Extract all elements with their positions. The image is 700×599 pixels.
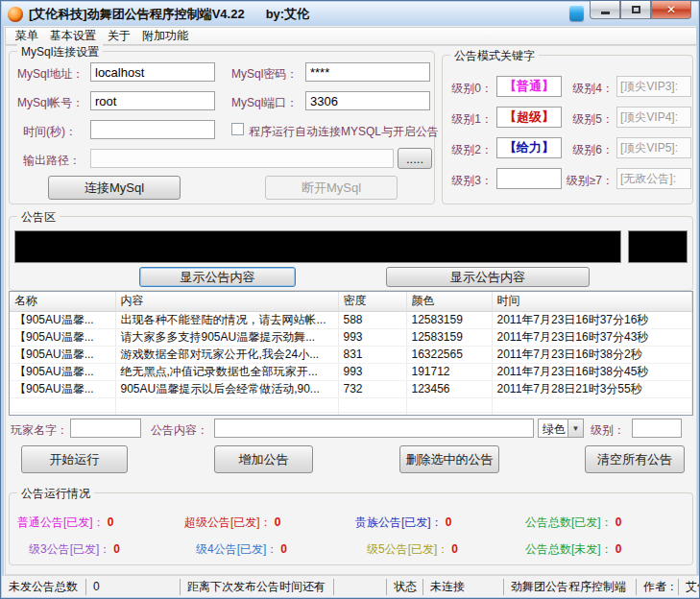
show-content-left-button[interactable]: 显示公告内容 [139, 267, 296, 287]
status-unsent-label: 未发公告总数 [2, 579, 86, 595]
cell-content: 游戏数据全部对玩家公开化,我会24小... [115, 346, 338, 363]
table-row-empty [10, 412, 692, 416]
window-controls: ✕ [590, 1, 691, 19]
stat-total-unsent: 公告总数[未发]：0 [525, 541, 621, 558]
clear-all-button[interactable]: 清空所有公告 [585, 445, 685, 473]
minimize-icon [601, 12, 610, 14]
output-path-label: 输出路径： [23, 153, 81, 169]
window-title: [艾伦科技]劲舞团公告程序控制端V4.22 [29, 6, 245, 23]
maximize-button[interactable] [620, 1, 651, 19]
mysql-pwd-input[interactable] [305, 62, 430, 82]
level0-input[interactable]: 【普通】 [496, 76, 562, 97]
cell-name: 【905AU温馨... [10, 380, 115, 397]
level1-input[interactable]: 【超级】 [496, 107, 562, 128]
delete-selected-button[interactable]: 删除选中的公告 [399, 445, 499, 473]
cell-time: 2011年7月23日16时38分2秒 [492, 346, 692, 363]
cell-name: 【905AU温馨... [10, 311, 115, 328]
stat-value: 0 [108, 515, 114, 529]
menu-item-main[interactable]: 菜单 [10, 27, 44, 45]
table-row-empty [10, 397, 692, 412]
menu-item-about[interactable]: 关于 [102, 27, 136, 45]
gadget-icon[interactable] [569, 5, 584, 21]
stat-label: 普通公告[已发]： [17, 515, 105, 529]
level-label: 级别： [591, 422, 625, 439]
table-row[interactable]: 【905AU温馨... 905AU温馨提示以后会经常做活动,90... 732 … [10, 380, 692, 397]
stat-normal-sent: 普通公告[已发]：0 [17, 515, 113, 531]
menu-item-extra[interactable]: 附加功能 [136, 27, 194, 45]
stat-value: 0 [616, 542, 622, 556]
connect-mysql-button[interactable]: 连接MySql [48, 176, 181, 200]
stat-label: 公告总数[已发]： [525, 515, 613, 529]
header-time[interactable]: 时间 [492, 292, 692, 311]
table-row[interactable]: 【905AU温馨... 出现各种不能登陆的情况，请去网站帐... 588 125… [10, 311, 692, 328]
mysql-addr-input[interactable] [90, 62, 215, 82]
cell-content: 请大家多多支持905AU温馨提示劲舞... [115, 328, 338, 346]
cell-density: 831 [338, 346, 406, 363]
add-announcement-button[interactable]: 增加公告 [214, 445, 313, 473]
disconnect-mysql-button[interactable]: 断开MySql [265, 176, 398, 200]
level4-box: [顶尖VIP3]: [616, 76, 691, 97]
menu-item-settings[interactable]: 基本设置 [44, 27, 102, 45]
stat-label: 级3公告[已发]： [29, 542, 110, 556]
interval-input[interactable] [90, 120, 215, 139]
cell-content: 出现各种不能登陆的情况，请去网站帐... [115, 311, 338, 328]
color-select[interactable]: 绿色 ▼ [538, 419, 584, 438]
status-state-label: 状态 [387, 579, 423, 595]
stats-group-title: 公告运行情况 [17, 486, 94, 502]
app-icon [8, 7, 23, 22]
status-author-label: 作者： [637, 579, 679, 595]
stat-total-sent: 公告总数[已发]：0 [525, 515, 621, 531]
status-app-name: 劲舞团公告程序控制端 [504, 579, 637, 595]
autoconnect-checkbox[interactable] [231, 123, 244, 135]
stat-level4-sent: 级4公告[已发]：0 [196, 541, 287, 558]
player-name-input[interactable] [70, 419, 141, 438]
stat-level5-sent: 级5公告[已发]：0 [367, 541, 458, 558]
announcement-table: 名称 内容 密度 颜色 时间 【905AU温馨... 出现各种不能登陆的情况，请… [9, 291, 693, 416]
stats-group: 公告运行情况 普通公告[已发]：0 超级公告[已发]：0 贵族公告[已发]：0 … [9, 492, 693, 565]
level-input[interactable] [632, 419, 682, 438]
status-bar: 未发公告总数 0 距离下次发布公告时间还有 状态 未连接 劲舞团公告程序控制端 … [2, 575, 700, 597]
cell-density: 993 [338, 328, 406, 346]
chevron-down-icon[interactable]: ▼ [567, 419, 583, 437]
close-button[interactable]: ✕ [651, 1, 691, 19]
level6-label: 级别6： [564, 142, 614, 158]
status-author-value: 艾伦 [679, 579, 700, 595]
header-content[interactable]: 内容 [115, 292, 338, 311]
show-content-right-button[interactable]: 显示公告内容 [386, 267, 590, 287]
keyword-group: 公告模式关键字 级别0： 【普通】 级别4： [顶尖VIP3]: 级别1： 【超… [442, 55, 693, 204]
mysql-pwd-label: MySql密码： [231, 66, 298, 83]
cell-color: 16322565 [406, 346, 492, 363]
maximize-icon [632, 6, 640, 13]
stat-value: 0 [280, 542, 287, 556]
mysql-user-input[interactable] [90, 91, 215, 110]
status-unsent-count: 0 [86, 579, 181, 595]
table-row[interactable]: 【905AU温馨... 请大家多多支持905AU温馨提示劲舞... 993 12… [10, 328, 692, 346]
mysql-user-label: MySql帐号： [17, 95, 84, 111]
table-row[interactable]: 【905AU温馨... 绝无黑点,冲值记录数据也全部玩家开... 993 191… [10, 363, 692, 380]
cell-name: 【905AU温馨... [10, 346, 115, 363]
table-header-row: 名称 内容 密度 颜色 时间 [10, 292, 692, 311]
app-window: [艾伦科技]劲舞团公告程序控制端V4.22 by:艾伦 ✕ 菜单 基本设置 关于… [0, 0, 700, 599]
cell-color: 191712 [406, 363, 492, 380]
cell-density: 588 [338, 311, 406, 328]
level2-input[interactable]: 【给力】 [496, 137, 562, 158]
announce-content-input[interactable] [214, 419, 534, 438]
start-run-button[interactable]: 开始运行 [21, 445, 128, 473]
cell-color: 123456 [406, 380, 492, 397]
level6-box: [顶尖VIP5]: [616, 137, 691, 158]
mysql-port-input[interactable] [305, 91, 430, 110]
table-row[interactable]: 【905AU温馨... 游戏数据全部对玩家公开化,我会24小... 831 16… [10, 346, 692, 363]
level7plus-label: 级别≥7： [554, 173, 614, 189]
output-path-input[interactable] [90, 149, 394, 168]
level3-input[interactable] [496, 168, 562, 189]
header-name[interactable]: 名称 [10, 292, 115, 311]
header-density[interactable]: 密度 [338, 292, 406, 311]
mysql-group: MySql连接设置 MySql地址： MySql密码： MySql帐号： MyS… [9, 51, 435, 204]
mysql-addr-label: MySql地址： [17, 66, 84, 83]
header-color[interactable]: 颜色 [406, 292, 492, 311]
stat-super-sent: 超级公告[已发]：0 [184, 515, 280, 531]
browse-button[interactable]: ..... [398, 148, 432, 169]
level1-label: 级别1： [443, 111, 493, 128]
stat-label: 公告总数[未发]： [525, 542, 613, 556]
minimize-button[interactable] [590, 1, 620, 19]
